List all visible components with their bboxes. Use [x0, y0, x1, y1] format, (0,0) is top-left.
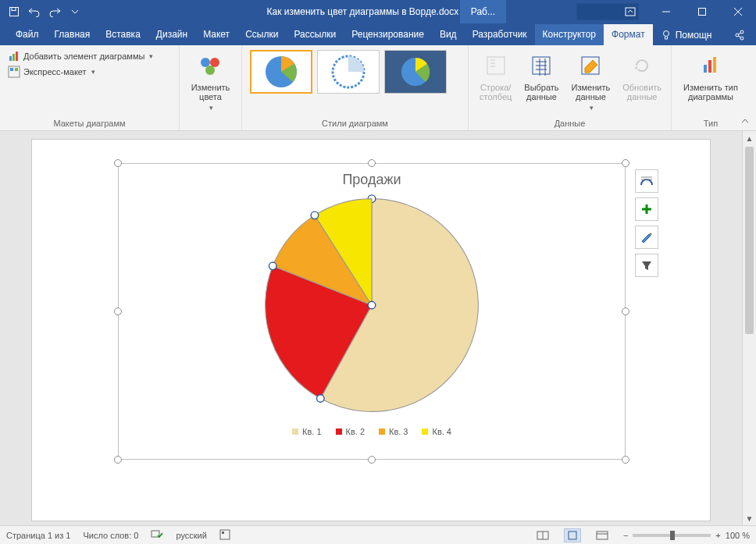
chart-legend[interactable]: Кв. 1Кв. 2Кв. 3Кв. 4	[119, 427, 625, 436]
refresh-label: Обновить данные	[622, 83, 662, 101]
legend-item[interactable]: Кв. 1	[292, 427, 321, 436]
tab-developer[interactable]: Разработчик	[465, 24, 535, 45]
tab-chart-design[interactable]: Конструктор	[535, 24, 604, 45]
status-page[interactable]: Страница 1 из 1	[6, 531, 70, 540]
resize-handle[interactable]	[368, 159, 376, 167]
resize-handle[interactable]	[114, 159, 122, 167]
scroll-thumb[interactable]	[745, 147, 754, 334]
svg-point-4	[663, 31, 669, 37]
chart-object[interactable]: Продажи Кв. 1Кв. 2Кв. 3Кв. 4	[118, 163, 626, 460]
pie-chart[interactable]	[255, 188, 489, 422]
change-type-label: Изменить тип диаграммы	[683, 83, 739, 101]
select-data-icon	[527, 52, 555, 80]
group-label-layouts: Макеты диаграмм	[5, 117, 174, 130]
select-data[interactable]: Выбрать данные	[518, 48, 565, 116]
svg-point-16	[205, 66, 215, 75]
svg-rect-12	[10, 68, 13, 71]
svg-point-27	[317, 395, 325, 403]
chart-title[interactable]: Продажи	[119, 172, 625, 188]
layout-options-button[interactable]	[635, 169, 658, 193]
svg-rect-36	[597, 532, 608, 539]
svg-rect-2	[626, 8, 635, 16]
minimize-button[interactable]	[648, 0, 684, 23]
collapse-ribbon[interactable]	[739, 115, 751, 127]
tab-view[interactable]: Вид	[432, 24, 465, 45]
legend-label: Кв. 2	[346, 427, 365, 436]
legend-label: Кв. 4	[432, 427, 451, 436]
svg-rect-8	[9, 56, 12, 61]
chart-tools-context-tab: Раб...	[460, 0, 506, 23]
add-chart-element[interactable]: Добавить элемент диаграммы ▾	[5, 48, 174, 64]
edit-data-icon	[576, 52, 604, 80]
undo-button[interactable]	[25, 2, 44, 21]
chart-elements-button[interactable]	[635, 197, 658, 221]
chart-style-2[interactable]	[317, 50, 380, 94]
tab-design[interactable]: Дизайн	[148, 24, 195, 45]
group-label-type: Тип	[676, 117, 745, 130]
tab-mailings[interactable]: Рассылки	[286, 24, 344, 45]
chevron-down-icon: ▾	[590, 105, 594, 112]
tab-references[interactable]: Ссылки	[237, 24, 286, 45]
zoom-out[interactable]: −	[623, 531, 628, 540]
view-web-layout[interactable]	[594, 528, 611, 542]
tab-insert[interactable]: Вставка	[98, 24, 148, 45]
legend-item[interactable]: Кв. 3	[379, 427, 408, 436]
qat-customize[interactable]	[66, 2, 84, 21]
chart-filters-button[interactable]	[635, 254, 658, 277]
legend-item[interactable]: Кв. 2	[336, 427, 365, 436]
status-spellcheck-icon[interactable]	[151, 529, 163, 542]
view-print-layout[interactable]	[564, 528, 581, 542]
document-page[interactable]: Продажи Кв. 1Кв. 2Кв. 3Кв. 4	[31, 139, 711, 521]
chart-style-1[interactable]	[250, 50, 312, 94]
status-word-count[interactable]: Число слов: 0	[83, 531, 138, 540]
chart-styles-button[interactable]	[635, 226, 658, 249]
zoom-level[interactable]: 100 %	[726, 531, 750, 540]
redo-button[interactable]	[45, 2, 64, 21]
save-button[interactable]	[5, 2, 23, 21]
tab-layout[interactable]: Макет	[195, 24, 237, 45]
legend-label: Кв. 1	[302, 427, 321, 436]
status-language[interactable]: русский	[176, 531, 206, 540]
svg-point-15	[210, 58, 219, 67]
switch-row-column: Строка/столбец	[473, 48, 518, 116]
change-chart-type[interactable]: Изменить тип диаграммы	[676, 48, 745, 105]
status-macro-icon[interactable]	[219, 529, 230, 542]
tab-home[interactable]: Главная	[47, 24, 98, 45]
refresh-data: Обновить данные	[616, 48, 668, 116]
zoom-slider[interactable]	[633, 534, 711, 537]
svg-rect-35	[569, 532, 576, 539]
svg-rect-10	[16, 52, 18, 61]
svg-rect-33	[222, 532, 224, 534]
tab-chart-format[interactable]: Формат	[604, 24, 653, 45]
view-read-mode[interactable]	[534, 528, 551, 542]
resize-handle[interactable]	[368, 456, 376, 464]
edit-data[interactable]: Изменить данные ▾	[565, 48, 617, 116]
svg-rect-24	[708, 60, 711, 73]
select-data-label: Выбрать данные	[524, 83, 558, 101]
legend-swatch	[292, 428, 298, 435]
change-colors[interactable]: Изменить цвета ▾	[184, 48, 237, 116]
scroll-up[interactable]: ▲	[743, 131, 756, 145]
chart-style-3[interactable]	[384, 50, 447, 94]
tab-review[interactable]: Рецензирование	[344, 24, 432, 45]
ribbon-display-options[interactable]	[612, 0, 648, 23]
add-element-icon	[8, 50, 20, 62]
chevron-down-icon: ▾	[91, 68, 95, 76]
vertical-scrollbar[interactable]: ▲ ▼	[742, 131, 756, 525]
tell-me[interactable]: Помощн	[653, 25, 720, 45]
scroll-down[interactable]: ▼	[743, 511, 756, 525]
resize-handle[interactable]	[114, 456, 122, 464]
legend-item[interactable]: Кв. 4	[422, 427, 451, 436]
change-colors-label: Изменить цвета	[191, 83, 230, 101]
change-type-icon	[697, 52, 725, 80]
resize-handle[interactable]	[622, 456, 629, 464]
maximize-button[interactable]	[684, 0, 720, 23]
svg-rect-13	[15, 68, 18, 71]
zoom-in[interactable]: +	[715, 531, 720, 540]
svg-rect-32	[220, 530, 230, 539]
close-button[interactable]	[720, 0, 756, 23]
tab-file[interactable]: Файл	[8, 24, 47, 45]
quick-layout[interactable]: Экспресс-макет ▾	[5, 64, 174, 80]
resize-handle[interactable]	[622, 159, 629, 167]
share-button[interactable]	[723, 25, 756, 45]
